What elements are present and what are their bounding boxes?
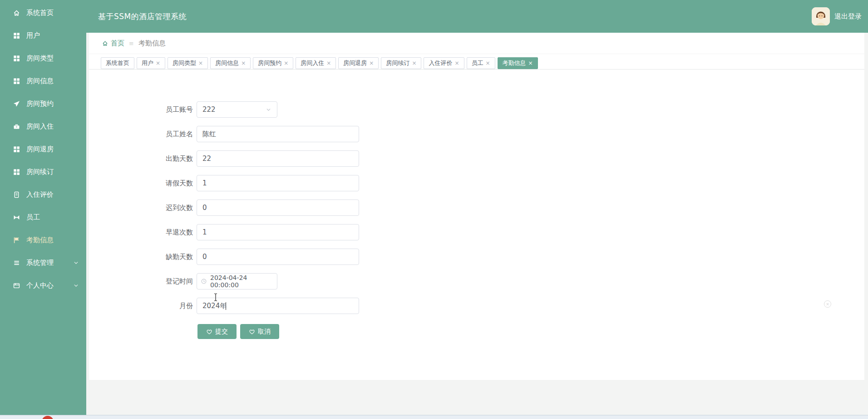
tab-users[interactable]: 用户 ×	[137, 57, 165, 69]
sidebar-item-label: 房间信息	[26, 77, 54, 85]
early-leave-count-input[interactable]: 1	[197, 224, 359, 240]
sidebar-item-label: 入住评价	[26, 190, 54, 199]
close-icon[interactable]: ×	[412, 60, 416, 66]
top-header: 基于SSM的酒店管理系统 退出登录	[86, 0, 868, 33]
breadcrumb: 首页 ≡ 考勤信息	[89, 33, 864, 54]
sidebar-item-label: 系统首页	[26, 9, 54, 17]
close-icon[interactable]: ×	[454, 60, 459, 66]
chevron-down-icon	[73, 283, 79, 289]
attendance-days-row: 出勤天数 22	[89, 150, 864, 167]
field-label: 员工姓名	[89, 130, 197, 139]
sidebar-item-room-info[interactable]: 房间信息	[0, 70, 86, 92]
send-icon	[13, 100, 20, 108]
list-icon	[13, 259, 20, 267]
text-caret	[226, 302, 226, 310]
grid-icon	[13, 55, 20, 62]
grid-icon	[13, 77, 20, 85]
tab-room-renewal[interactable]: 房间续订 ×	[381, 57, 421, 69]
sidebar-item-room-checkin[interactable]: 房间入住	[0, 115, 86, 138]
tab-system-home[interactable]: 系统首页	[101, 57, 134, 69]
sidebar-item-label: 房间预约	[26, 100, 54, 108]
floating-close-icon[interactable]: ×	[824, 300, 831, 308]
content-panel: 首页 ≡ 考勤信息 系统首页 用户 × 房间类型 × 房间信息 × 房间预约	[89, 33, 864, 380]
employee-name-row: 员工姓名 陈红	[89, 126, 864, 142]
avatar[interactable]	[812, 7, 830, 25]
page-title: 基于SSM的酒店管理系统	[98, 11, 187, 22]
sidebar-item-room-renewal[interactable]: 房间续订	[0, 160, 86, 183]
sidebar-item-label: 系统管理	[26, 259, 54, 267]
close-icon[interactable]: ×	[326, 60, 331, 66]
home-icon	[102, 40, 108, 47]
briefcase-icon	[13, 123, 20, 130]
heart-icon	[249, 329, 255, 335]
employee-account-select[interactable]: 222	[197, 101, 277, 118]
tab-room-info[interactable]: 房间信息 ×	[210, 57, 251, 69]
tab-attendance-info[interactable]: 考勤信息 ×	[498, 57, 538, 69]
grid-icon	[13, 168, 20, 176]
form-actions: 提交 取消	[197, 324, 864, 339]
sidebar-item-system-management[interactable]: 系统管理	[0, 251, 86, 274]
month-row: 月份 2024年	[89, 298, 864, 314]
attendance-days-input[interactable]: 22	[197, 150, 359, 167]
sidebar-item-room-checkout[interactable]: 房间退房	[0, 138, 86, 160]
breadcrumb-home-link[interactable]: 首页	[102, 39, 124, 48]
chevron-down-icon	[266, 107, 271, 113]
sidebar-item-stay-review[interactable]: 入住评价	[0, 183, 86, 206]
absent-days-row: 缺勤天数 0	[89, 249, 864, 265]
early-leave-count-row: 早退次数 1	[89, 224, 864, 240]
absent-days-input[interactable]: 0	[197, 249, 359, 265]
leave-days-input[interactable]: 1	[197, 175, 359, 191]
late-count-row: 迟到次数 0	[89, 200, 864, 216]
field-label: 请假天数	[89, 179, 197, 188]
sidebar-item-label: 个人中心	[26, 281, 54, 290]
tab-employees[interactable]: 员工 ×	[467, 57, 495, 69]
month-input[interactable]: 2024年	[197, 298, 359, 314]
sidebar-item-label: 员工	[26, 213, 40, 222]
tab-room-checkin[interactable]: 房间入住 ×	[296, 57, 336, 69]
tab-room-booking[interactable]: 房间预约 ×	[253, 57, 293, 69]
sidebar-item-room-booking[interactable]: 房间预约	[0, 92, 86, 115]
sidebar-item-label: 房间入住	[26, 122, 54, 131]
close-icon[interactable]: ×	[528, 60, 533, 66]
breadcrumb-current: 考勤信息	[138, 39, 166, 48]
sidebar-item-label: 用户	[26, 31, 40, 40]
submit-button[interactable]: 提交	[197, 324, 237, 339]
tab-room-type[interactable]: 房间类型 ×	[168, 57, 208, 69]
sidebar-item-users[interactable]: 用户	[0, 24, 86, 47]
sidebar-item-label: 房间类型	[26, 54, 54, 63]
sidebar-item-system-home[interactable]: 系统首页	[0, 1, 86, 24]
close-icon[interactable]: ×	[241, 60, 246, 66]
tab-stay-review[interactable]: 入住评价 ×	[424, 57, 464, 69]
field-label: 早退次数	[89, 228, 197, 237]
register-time-input[interactable]: 2024-04-24 00:00:00	[197, 273, 277, 289]
sidebar-item-personal-center[interactable]: 个人中心	[0, 274, 86, 297]
close-icon[interactable]: ×	[369, 60, 374, 66]
employee-name-input[interactable]: 陈红	[197, 126, 359, 142]
taskbar-app-icon[interactable]	[42, 416, 54, 419]
close-icon[interactable]: ×	[198, 60, 203, 66]
document-icon	[13, 191, 20, 199]
sidebar-item-attendance-info[interactable]: 考勤信息	[0, 229, 86, 251]
logout-button[interactable]: 退出登录	[834, 12, 862, 21]
app-window: 系统首页 用户 房间类型 房间信息 房间预约 房间入住 房间退房 房间续订	[0, 0, 868, 419]
tab-room-checkout[interactable]: 房间退房 ×	[338, 57, 379, 69]
chevron-down-icon	[73, 260, 79, 266]
late-count-input[interactable]: 0	[197, 200, 359, 216]
home-icon	[13, 9, 20, 17]
close-icon[interactable]: ×	[284, 60, 288, 66]
field-label: 员工账号	[89, 105, 197, 114]
sidebar-item-employees[interactable]: 员工	[0, 206, 86, 229]
register-time-row: 登记时间 2024-04-24 00:00:00	[89, 273, 864, 289]
close-icon[interactable]: ×	[486, 60, 490, 66]
sidebar-item-room-type[interactable]: 房间类型	[0, 47, 86, 70]
sidebar-item-label: 考勤信息	[26, 236, 54, 244]
field-label: 登记时间	[89, 277, 197, 286]
field-label: 缺勤天数	[89, 253, 197, 261]
attendance-form: 员工账号 222 员工姓名 陈红 出勤天数 22 请假天数	[89, 70, 864, 339]
field-label: 出勤天数	[89, 155, 197, 163]
grid-icon	[13, 32, 20, 40]
leave-days-row: 请假天数 1	[89, 175, 864, 191]
cancel-button[interactable]: 取消	[240, 324, 279, 339]
close-icon[interactable]: ×	[156, 60, 160, 66]
folder-icon	[13, 282, 20, 289]
